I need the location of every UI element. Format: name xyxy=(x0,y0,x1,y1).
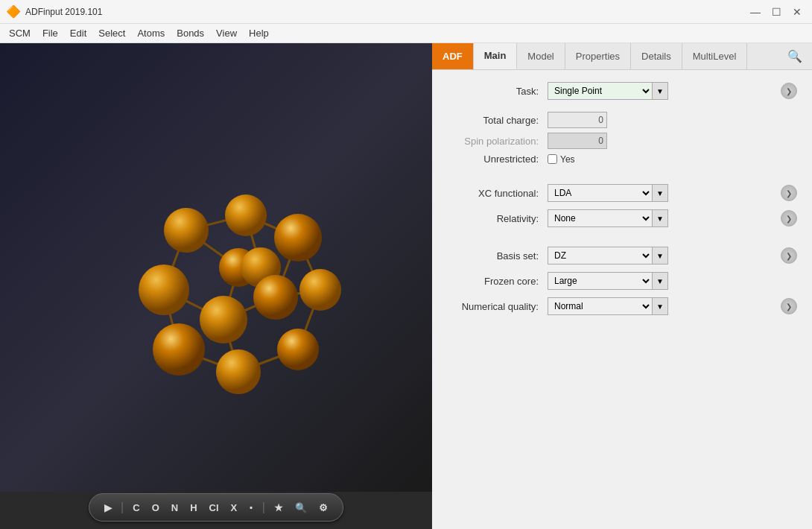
menu-bar: SCM File Edit Select Atoms Bonds View He… xyxy=(0,24,812,43)
numerical-quality-dropdown-arrow[interactable]: ▼ xyxy=(652,297,668,315)
svg-point-27 xyxy=(216,349,261,394)
svg-point-28 xyxy=(277,329,319,370)
tab-model[interactable]: Model xyxy=(517,43,565,69)
tab-properties[interactable]: Properties xyxy=(565,43,631,69)
svg-point-23 xyxy=(253,275,298,320)
basis-set-dropdown-wrapper: DZ DZP TZP TZ2P QZ4P ▼ xyxy=(548,247,668,264)
minimize-button[interactable]: — xyxy=(746,3,764,21)
tab-bar: ADF Main Model Properties Details MultiL… xyxy=(432,43,812,70)
basis-set-controls: DZ DZP TZP TZ2P QZ4P ▼ xyxy=(548,247,668,264)
title-text: ADFinput 2019.101 xyxy=(25,7,102,17)
spin-polarization-input[interactable] xyxy=(548,133,607,149)
task-dropdown-arrow[interactable]: ▼ xyxy=(652,82,668,100)
task-select[interactable]: Single Point Geometry Optimization Frequ… xyxy=(548,82,652,100)
toolbar-n-btn[interactable]: N xyxy=(168,501,181,515)
xc-functional-row: XC functional: LDA GGA Hybrid Meta-GGA ▼… xyxy=(447,184,797,202)
panel-content: Task: Single Point Geometry Optimization… xyxy=(432,70,812,529)
relativity-nav-arrow[interactable]: ❯ xyxy=(781,210,797,227)
basis-set-label: Basis set: xyxy=(447,250,548,262)
right-panel: ADF Main Model Properties Details MultiL… xyxy=(432,43,812,529)
title-bar-left: 🔶 ADFinput 2019.101 xyxy=(6,4,102,19)
relativity-dropdown-arrow[interactable]: ▼ xyxy=(652,209,668,227)
numerical-quality-row: Numerical quality: Basic Normal Good Ver… xyxy=(447,297,797,315)
xc-functional-controls: LDA GGA Hybrid Meta-GGA ▼ xyxy=(548,184,668,202)
total-charge-controls xyxy=(548,112,607,128)
toolbar-x-btn[interactable]: X xyxy=(228,501,241,515)
total-charge-input[interactable] xyxy=(548,112,607,128)
tab-details[interactable]: Details xyxy=(631,43,682,69)
maximize-button[interactable]: ☐ xyxy=(767,3,785,21)
menu-select[interactable]: Select xyxy=(92,26,131,40)
relativity-label: Relativity: xyxy=(447,213,548,224)
toolbar-cl-btn[interactable]: Cl xyxy=(206,501,222,515)
basis-set-dropdown-arrow[interactable]: ▼ xyxy=(652,247,668,264)
svg-point-17 xyxy=(164,208,209,253)
menu-atoms[interactable]: Atoms xyxy=(131,26,171,40)
toolbar-search-btn[interactable]: 🔍 xyxy=(292,501,310,515)
menu-scm[interactable]: SCM xyxy=(3,26,37,40)
toolbar-c-btn[interactable]: C xyxy=(130,501,142,515)
unrestricted-label: Unrestricted: xyxy=(447,153,548,165)
xc-functional-select[interactable]: LDA GGA Hybrid Meta-GGA xyxy=(548,184,652,202)
toolbar-star-btn[interactable]: ★ xyxy=(271,501,286,515)
molecule-area xyxy=(0,43,432,492)
unrestricted-checkbox[interactable] xyxy=(548,154,557,164)
relativity-controls: None Scalar Spin-Orbit ▼ xyxy=(548,209,668,227)
basis-set-select[interactable]: DZ DZP TZP TZ2P QZ4P xyxy=(548,247,652,264)
numerical-quality-nav-arrow[interactable]: ❯ xyxy=(781,298,797,314)
spin-polarization-row: Spin polarization: xyxy=(447,133,797,149)
relativity-row: Relativity: None Scalar Spin-Orbit ▼ ❯ xyxy=(447,209,797,227)
numerical-quality-dropdown-wrapper: Basic Normal Good Very Good Excellent ▼ xyxy=(548,297,668,315)
app-icon: 🔶 xyxy=(6,4,21,19)
menu-edit[interactable]: Edit xyxy=(64,26,92,40)
svg-point-19 xyxy=(274,214,322,262)
basis-set-nav-arrow[interactable]: ❯ xyxy=(781,247,797,264)
frozen-core-controls: None Small Large ▼ xyxy=(548,272,668,290)
spin-polarization-label: Spin polarization: xyxy=(447,136,548,147)
svg-point-18 xyxy=(225,194,267,236)
main-container: ▶ | C O N H Cl X · | ★ 🔍 ⚙ ADF Main Mode… xyxy=(0,43,812,529)
svg-point-20 xyxy=(139,264,189,315)
frozen-core-dropdown-wrapper: None Small Large ▼ xyxy=(548,272,668,290)
toolbar-h-btn[interactable]: H xyxy=(187,501,200,515)
close-button[interactable]: ✕ xyxy=(788,3,806,21)
toolbar-o-btn[interactable]: O xyxy=(149,501,162,515)
frozen-core-dropdown-arrow[interactable]: ▼ xyxy=(652,272,668,290)
xc-nav-arrow[interactable]: ❯ xyxy=(781,185,797,201)
task-nav-arrow[interactable]: ❯ xyxy=(781,83,797,99)
relativity-select[interactable]: None Scalar Spin-Orbit xyxy=(548,209,652,227)
task-label: Task: xyxy=(447,86,548,97)
total-charge-row: Total charge: xyxy=(447,112,797,128)
relativity-dropdown-wrapper: None Scalar Spin-Orbit ▼ xyxy=(548,209,668,227)
toolbar-cursor-btn[interactable]: ▶ xyxy=(101,501,115,515)
tab-multilevel[interactable]: MultiLevel xyxy=(682,43,748,69)
toolbar-gear-btn[interactable]: ⚙ xyxy=(316,501,331,515)
frozen-core-row: Frozen core: None Small Large ▼ xyxy=(447,272,797,290)
toolbar-sep1: | xyxy=(121,501,124,514)
menu-view[interactable]: View xyxy=(210,26,243,40)
toolbar-dot-btn[interactable]: · xyxy=(246,498,256,518)
viewport-toolbar: ▶ | C O N H Cl X · | ★ 🔍 ⚙ xyxy=(89,493,343,522)
menu-file[interactable]: File xyxy=(37,26,64,40)
frozen-core-label: Frozen core: xyxy=(447,276,548,287)
numerical-quality-select[interactable]: Basic Normal Good Very Good Excellent xyxy=(548,297,652,315)
tab-main[interactable]: Main xyxy=(474,43,518,69)
tab-adf[interactable]: ADF xyxy=(432,43,474,69)
numerical-quality-label: Numerical quality: xyxy=(447,301,548,312)
svg-point-24 xyxy=(299,269,341,311)
numerical-quality-controls: Basic Normal Good Very Good Excellent ▼ xyxy=(548,297,668,315)
menu-help[interactable]: Help xyxy=(243,26,275,40)
xc-dropdown-arrow[interactable]: ▼ xyxy=(652,184,668,202)
unrestricted-controls: Yes xyxy=(548,154,575,165)
svg-point-25 xyxy=(200,296,247,343)
frozen-core-select[interactable]: None Small Large xyxy=(548,272,652,290)
toolbar-sep2: | xyxy=(262,501,265,514)
unrestricted-yes-label[interactable]: Yes xyxy=(560,154,575,165)
menu-bonds[interactable]: Bonds xyxy=(171,26,210,40)
molecule-visualization xyxy=(67,118,365,416)
xc-functional-label: XC functional: xyxy=(447,188,548,199)
search-tab-btn[interactable]: 🔍 xyxy=(784,45,806,68)
task-controls: Single Point Geometry Optimization Frequ… xyxy=(548,82,668,100)
unrestricted-row: Unrestricted: Yes xyxy=(447,153,797,165)
title-bar: 🔶 ADFinput 2019.101 — ☐ ✕ xyxy=(0,0,812,24)
